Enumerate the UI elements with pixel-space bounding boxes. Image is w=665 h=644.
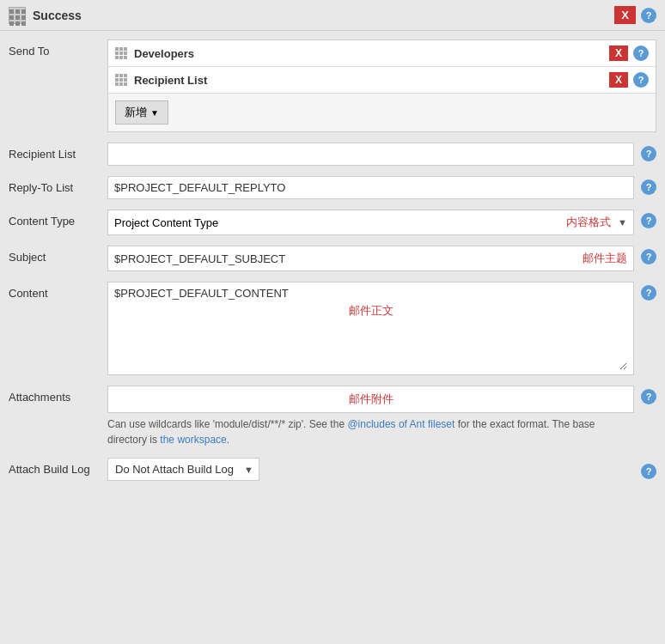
success-header: Success X ?	[0, 0, 665, 31]
attach-log-label: Attach Build Log	[9, 463, 107, 476]
attach-build-log-row: Attach Build Log Do Not Attach Build Log…	[9, 458, 656, 481]
add-dropdown-button[interactable]: 新增 ▼	[115, 100, 168, 125]
workspace-link[interactable]: the workspace	[160, 434, 226, 446]
header-help-icon[interactable]: ?	[641, 8, 656, 23]
content-inner: $PROJECT_DEFAULT_CONTENT 邮件正文	[107, 282, 634, 375]
content-control: $PROJECT_DEFAULT_CONTENT 邮件正文	[107, 282, 634, 375]
attach-log-control: Do Not Attach Build Log Attach Build Log…	[107, 458, 634, 481]
reply-to-input[interactable]	[107, 176, 634, 199]
subject-zh-label: 邮件主题	[583, 251, 627, 266]
remove-recipient-button[interactable]: X	[609, 72, 628, 88]
add-button-label: 新增	[125, 105, 147, 120]
helper-text-part1: Can use wildcards like 'module/dist/**/*…	[107, 418, 347, 430]
header-grid-icon	[9, 7, 26, 24]
drag-handle-developers	[115, 47, 127, 59]
content-zh-label: 邮件正文	[114, 303, 627, 319]
attachments-helper-text: Can use wildcards like 'module/dist/**/*…	[107, 416, 634, 447]
attachments-row: Attachments 邮件附件 Can use wildcards like …	[9, 386, 656, 447]
content-help-icon[interactable]: ?	[641, 285, 656, 301]
reply-to-label: Reply-To List	[9, 176, 107, 194]
helper-text-part3: .	[227, 434, 229, 446]
developers-name: Developers	[134, 47, 609, 60]
form-section: Send To Developers X ?	[0, 31, 665, 500]
drag-handle-recipient	[115, 74, 127, 86]
attachments-placeholder: 邮件附件	[349, 392, 394, 405]
subject-help-icon[interactable]: ?	[641, 249, 656, 264]
reply-to-help-icon[interactable]: ?	[641, 179, 656, 195]
attachments-label: Attachments	[9, 386, 107, 404]
subject-inner: 邮件主题	[107, 246, 634, 271]
header-title: Success	[33, 9, 614, 22]
content-type-control: Project Content Type 内容格式 ▼	[107, 210, 634, 235]
content-type-zh-label: 内容格式	[566, 215, 611, 230]
send-to-item-developers: Developers X ?	[108, 40, 656, 67]
attach-log-select[interactable]: Do Not Attach Build Log Attach Build Log	[108, 459, 259, 480]
send-to-block: Developers X ? Recipient List X ?	[107, 39, 656, 132]
reply-to-control	[107, 176, 634, 199]
content-row: Content $PROJECT_DEFAULT_CONTENT 邮件正文 ?	[9, 282, 656, 375]
add-dropdown-arrow: ▼	[150, 108, 159, 118]
send-to-row: Send To Developers X ?	[9, 39, 656, 132]
recipient-list-name: Recipient List	[134, 74, 609, 87]
subject-row: Subject 邮件主题 ?	[9, 246, 656, 271]
remove-developers-button[interactable]: X	[609, 46, 628, 61]
attachments-field[interactable]: 邮件附件	[107, 386, 634, 413]
subject-control: 邮件主题	[107, 246, 634, 271]
content-type-row: Content Type Project Content Type 内容格式 ▼…	[9, 210, 656, 235]
recipient-help-icon[interactable]: ?	[633, 72, 649, 88]
content-type-arrow: ▼	[618, 217, 627, 228]
send-to-label: Send To	[9, 39, 107, 58]
recipient-list-control	[107, 143, 634, 166]
developers-help-icon[interactable]: ?	[633, 46, 649, 61]
recipient-list-help-icon[interactable]: ?	[641, 146, 656, 161]
subject-input[interactable]	[114, 252, 574, 265]
attach-log-select-wrap: Do Not Attach Build Log Attach Build Log…	[107, 458, 259, 481]
content-type-select[interactable]: Project Content Type	[114, 216, 559, 229]
content-textarea[interactable]	[114, 319, 627, 370]
content-type-help-icon[interactable]: ?	[641, 213, 656, 228]
recipient-list-label: Recipient List	[9, 143, 107, 161]
attachments-control: 邮件附件 Can use wildcards like 'module/dist…	[107, 386, 634, 447]
send-to-control: Developers X ? Recipient List X ?	[107, 39, 656, 132]
add-btn-row: 新增 ▼	[108, 94, 656, 131]
ant-fileset-link[interactable]: @includes of Ant fileset	[347, 418, 455, 430]
content-label: Content	[9, 282, 107, 300]
attach-log-help-icon[interactable]: ?	[641, 464, 656, 479]
recipient-list-input[interactable]	[107, 143, 634, 166]
header-close-button[interactable]: X	[614, 6, 636, 24]
page-container: Success X ? Send To Developers X	[0, 0, 665, 500]
content-value-text: $PROJECT_DEFAULT_CONTENT	[114, 287, 627, 300]
recipient-list-row: Recipient List ?	[9, 143, 656, 166]
send-to-item-recipient-list: Recipient List X ?	[108, 67, 656, 94]
subject-label: Subject	[9, 246, 107, 264]
reply-to-row: Reply-To List ?	[9, 176, 656, 199]
attachments-help-icon[interactable]: ?	[641, 389, 656, 404]
content-type-label: Content Type	[9, 210, 107, 228]
content-type-inner: Project Content Type 内容格式 ▼	[107, 210, 634, 235]
